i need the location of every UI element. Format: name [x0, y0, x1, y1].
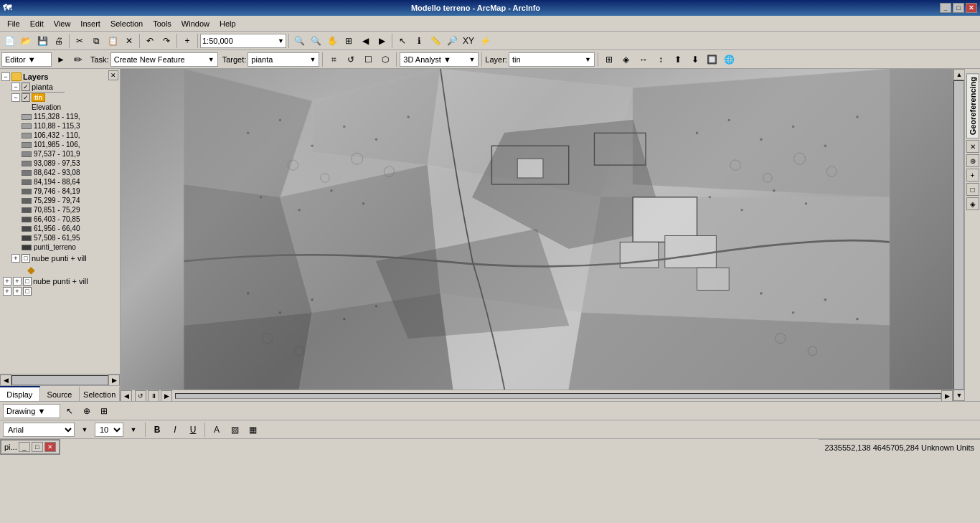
tin-expander[interactable]: −: [11, 93, 20, 102]
identify-button[interactable]: ℹ: [411, 33, 427, 49]
nube2-expander2[interactable]: +: [13, 287, 22, 296]
add-layer-button[interactable]: +: [179, 33, 195, 49]
drawing-pointer[interactable]: ↖: [62, 403, 77, 419]
drawing-dropdown[interactable]: Drawing ▼: [3, 404, 60, 418]
edit-btn4[interactable]: ⬡: [377, 52, 393, 67]
font-fill-button[interactable]: ▧: [227, 422, 242, 438]
zoom-out-button[interactable]: 🔍: [308, 33, 324, 49]
drawing-tool2[interactable]: ⊞: [96, 403, 112, 419]
delete-button[interactable]: ✕: [121, 33, 137, 49]
pianta-checkbox[interactable]: ✓: [22, 83, 30, 91]
flash-button[interactable]: ⚡: [477, 33, 493, 49]
task-dropdown[interactable]: Create New Feature ▼: [110, 52, 218, 67]
nube2-checkbox[interactable]: □: [23, 287, 32, 296]
edit-btn2[interactable]: ↺: [343, 52, 359, 67]
georef-icon4[interactable]: □: [966, 183, 979, 196]
font-highlight-button[interactable]: ▦: [245, 422, 260, 438]
layer-tool1[interactable]: ⊞: [601, 52, 617, 67]
close-button[interactable]: ✕: [966, 3, 977, 13]
menu-file[interactable]: File: [3, 18, 24, 29]
panel-scroll-track[interactable]: [11, 375, 108, 385]
map-scroll-down[interactable]: ▼: [953, 390, 965, 401]
find-button[interactable]: 🔎: [444, 33, 460, 49]
font-name-dropdown[interactable]: ▼: [77, 422, 93, 438]
menu-view[interactable]: View: [50, 18, 75, 29]
map-area[interactable]: ◀ ↺ ⏸ ▶ ▶: [121, 69, 953, 401]
mini-maximize[interactable]: □: [32, 442, 43, 452]
layer-tool6[interactable]: ⬇: [687, 52, 703, 67]
tab-selection[interactable]: Selection: [80, 386, 120, 401]
edit-btn3[interactable]: ☐: [360, 52, 376, 67]
map-nav1[interactable]: ↺: [135, 390, 146, 402]
pianta-expander[interactable]: −: [11, 83, 20, 91]
georef-icon2[interactable]: ⊕: [966, 154, 979, 167]
mini-close[interactable]: ✕: [44, 442, 56, 452]
nube1-checkbox[interactable]: □: [23, 277, 32, 286]
punti-label[interactable]: nube punti + vill: [32, 254, 87, 263]
italic-button[interactable]: I: [167, 422, 183, 438]
copy-button[interactable]: ⧉: [88, 33, 104, 49]
menu-help[interactable]: Help: [215, 18, 240, 29]
undo-button[interactable]: ↶: [142, 33, 158, 49]
nube1-label[interactable]: nube punti + vill: [33, 277, 88, 286]
layer-tool2[interactable]: ◈: [618, 52, 634, 67]
layer-tool3[interactable]: ↔: [636, 52, 651, 67]
analyst-dropdown[interactable]: 3D Analyst ▼ ▼: [400, 52, 479, 67]
cut-button[interactable]: ✂: [72, 33, 88, 49]
save-button[interactable]: 💾: [34, 33, 50, 49]
edit-tool[interactable]: ✏: [70, 52, 86, 67]
tab-source[interactable]: Source: [40, 386, 80, 401]
editor-menu[interactable]: Editor ▼: [1, 52, 52, 67]
map-scroll-up[interactable]: ▲: [953, 69, 965, 80]
panel-close-button[interactable]: ✕: [108, 70, 118, 80]
mini-minimize[interactable]: _: [19, 442, 30, 452]
map-vtrack[interactable]: [953, 80, 964, 390]
georef-icon5[interactable]: ◈: [966, 197, 979, 210]
map-nav3[interactable]: ▶: [161, 390, 172, 402]
target-dropdown[interactable]: pianta ▼: [248, 52, 319, 67]
back-button[interactable]: ◀: [357, 33, 373, 49]
tab-display[interactable]: Display: [0, 386, 40, 401]
punti-checkbox[interactable]: □: [22, 254, 30, 263]
zoom-in-button[interactable]: 🔍: [291, 33, 307, 49]
full-extent-button[interactable]: ⊞: [341, 33, 357, 49]
font-size-select[interactable]: 10: [95, 423, 123, 437]
georef-label[interactable]: Georeferencing: [966, 73, 979, 138]
bold-button[interactable]: B: [149, 422, 165, 438]
open-button[interactable]: 📂: [18, 33, 34, 49]
georef-icon1[interactable]: ✕: [966, 140, 979, 153]
maximize-button[interactable]: □: [953, 3, 964, 13]
layers-expander[interactable]: −: [1, 72, 10, 81]
menu-edit[interactable]: Edit: [26, 18, 48, 29]
paste-button[interactable]: 📋: [105, 33, 121, 49]
font-size-dropdown[interactable]: ▼: [126, 422, 141, 438]
layer-tool4[interactable]: ↕: [653, 52, 669, 67]
nube2-expander[interactable]: +: [3, 287, 11, 296]
forward-button[interactable]: ▶: [374, 33, 390, 49]
pianta-label[interactable]: pianta: [32, 83, 53, 91]
map-htrack[interactable]: [175, 393, 941, 399]
map-scroll-right[interactable]: ▶: [941, 390, 953, 402]
edit-btn1[interactable]: ⌗: [326, 52, 341, 67]
menu-tools[interactable]: Tools: [149, 18, 176, 29]
new-button[interactable]: 📄: [1, 33, 17, 49]
menu-insert[interactable]: Insert: [76, 18, 105, 29]
redo-button[interactable]: ↷: [159, 33, 174, 49]
map-scroll-left[interactable]: ◀: [121, 390, 132, 402]
drawing-tool1[interactable]: ⊕: [79, 403, 95, 419]
map-nav2[interactable]: ⏸: [148, 390, 159, 402]
georef-icon3[interactable]: +: [966, 169, 979, 182]
punti-expander[interactable]: +: [11, 254, 20, 263]
panel-scroll-left[interactable]: ◀: [0, 374, 11, 386]
pointer-tool[interactable]: ►: [53, 52, 69, 67]
minimize-button[interactable]: _: [940, 3, 951, 13]
pan-button[interactable]: ✋: [324, 33, 340, 49]
nube1-expander[interactable]: +: [3, 277, 11, 286]
layer-tool5[interactable]: ⬆: [670, 52, 686, 67]
measure-button[interactable]: 📏: [428, 33, 443, 49]
tin-checkbox[interactable]: ✓: [22, 93, 30, 102]
goto-button[interactable]: XY: [461, 33, 476, 49]
layer-tool7[interactable]: 🔲: [705, 52, 720, 67]
scale-dropdown[interactable]: 1:50,000 ▼: [200, 34, 286, 48]
panel-scroll-right[interactable]: ▶: [108, 374, 120, 386]
